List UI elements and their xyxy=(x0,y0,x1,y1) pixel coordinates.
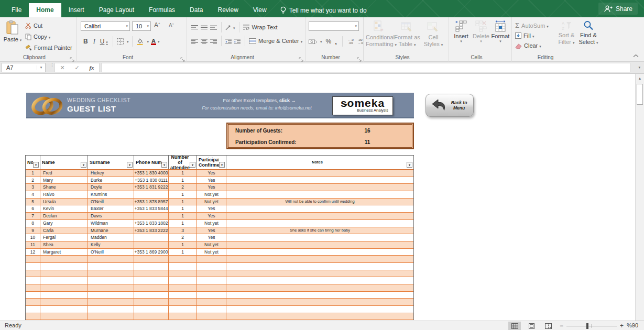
cell-notes[interactable] xyxy=(226,263,413,270)
cell-phone[interactable] xyxy=(134,191,169,198)
decrease-decimal-button[interactable]: .00 →.0 xyxy=(357,38,363,45)
cell-confirmed[interactable] xyxy=(197,263,226,270)
cell-phone[interactable]: +353 1 878 8957 xyxy=(134,199,169,205)
cell-phone[interactable] xyxy=(134,306,169,313)
grow-font-button[interactable]: A˄ xyxy=(154,21,160,29)
page-layout-view-button[interactable] xyxy=(525,322,538,330)
borders-button[interactable] xyxy=(117,38,129,45)
filter-dropdown-icon[interactable]: ▾ xyxy=(81,162,86,168)
cell-surname[interactable]: Madden xyxy=(88,234,134,241)
tab-page-layout[interactable]: Page Layout xyxy=(92,3,141,17)
table-row[interactable]: 6KevinBaxter+353 1 833 58441Yes xyxy=(26,205,413,213)
table-row[interactable]: 3ShaneDoyle+353 1 831 92222Yes xyxy=(26,184,413,191)
table-row[interactable]: 2MaryBurke+353 1 830 81111Yes xyxy=(26,177,413,184)
cell-name[interactable]: Shane xyxy=(40,184,88,191)
cell-notes[interactable]: Will not be able to confirm until weddin… xyxy=(226,199,413,205)
zoom-level-label[interactable]: %90 xyxy=(627,322,638,328)
cell-name[interactable]: Fred xyxy=(40,170,88,177)
cell-attendees[interactable]: 1 xyxy=(169,191,197,198)
cell-attendees[interactable]: 2 xyxy=(169,234,197,241)
cell-confirmed[interactable] xyxy=(197,306,226,313)
cell-no[interactable]: 3 xyxy=(26,184,40,191)
cell-confirmed[interactable]: Yes xyxy=(197,234,226,241)
cell-surname[interactable] xyxy=(88,299,134,305)
font-size-select[interactable]: 10 ▾ xyxy=(132,21,151,31)
cell-confirmed[interactable]: Yes xyxy=(197,213,226,219)
orientation-button[interactable] xyxy=(225,24,235,31)
cell-surname[interactable] xyxy=(88,313,134,320)
increase-decimal-button[interactable]: ←.0 .00 xyxy=(348,38,354,45)
cell-surname[interactable] xyxy=(88,306,134,313)
align-middle-button[interactable] xyxy=(201,24,208,30)
cell-surname[interactable]: Kelly xyxy=(88,241,134,248)
cell-phone[interactable] xyxy=(134,241,169,248)
filter-dropdown-icon[interactable]: ▾ xyxy=(33,162,39,168)
increase-indent-button[interactable] xyxy=(234,38,241,44)
insert-function-button[interactable]: fx xyxy=(89,64,94,71)
cut-button[interactable]: Cut xyxy=(25,22,42,29)
cell-surname[interactable] xyxy=(88,292,134,299)
cell-name[interactable] xyxy=(40,277,88,284)
decrease-indent-button[interactable] xyxy=(225,38,232,44)
cell-confirmed[interactable]: Yes xyxy=(197,227,226,234)
cell-name[interactable]: Kevin xyxy=(40,205,88,212)
cell-attendees[interactable]: 1 xyxy=(169,220,197,227)
cell-no[interactable] xyxy=(26,292,40,299)
cell-notes[interactable] xyxy=(226,313,413,320)
accounting-format-button[interactable] xyxy=(309,38,322,45)
cell-surname[interactable]: Murnane xyxy=(88,227,134,234)
cell-attendees[interactable] xyxy=(169,313,197,320)
cell-phone[interactable] xyxy=(134,292,169,299)
cell-surname[interactable]: Hickey xyxy=(88,170,134,177)
table-row[interactable] xyxy=(26,292,413,299)
table-row[interactable] xyxy=(26,277,413,284)
cell-name[interactable] xyxy=(40,263,88,270)
comma-style-button[interactable]: , xyxy=(335,38,337,46)
cell-attendees[interactable] xyxy=(169,284,197,291)
cell-notes[interactable] xyxy=(226,177,413,184)
cell-phone[interactable] xyxy=(134,256,169,262)
filter-dropdown-icon[interactable]: ▾ xyxy=(219,162,225,168)
cell-phone[interactable]: +353 1 869 2900 xyxy=(134,249,169,256)
table-row[interactable]: 8GaryWildman+353 1 833 18021Not yet xyxy=(26,220,413,227)
alignment-dialog-launcher-icon[interactable] xyxy=(299,56,303,60)
cell-name[interactable]: Margaret xyxy=(40,249,88,256)
cell-confirmed[interactable]: Not yet xyxy=(197,199,226,205)
back-to-menu-button[interactable]: Back toMenu xyxy=(425,94,474,117)
bold-button[interactable]: B xyxy=(82,38,90,45)
zoom-slider[interactable] xyxy=(566,326,617,326)
cell-phone[interactable]: +353 1 833 5844 xyxy=(134,205,169,212)
formula-bar-divider[interactable]: ⋮ xyxy=(50,64,54,66)
page-break-preview-button[interactable] xyxy=(542,322,554,330)
cell-phone[interactable] xyxy=(134,270,169,277)
zoom-out-button[interactable]: − xyxy=(560,322,563,329)
cell-notes[interactable] xyxy=(226,234,413,241)
expand-formula-bar-icon[interactable]: ▾ xyxy=(638,65,640,70)
cell-phone[interactable] xyxy=(134,263,169,270)
cell-confirmed[interactable]: Yes xyxy=(197,205,226,212)
cell-no[interactable] xyxy=(26,306,40,313)
cell-surname[interactable]: Wildman xyxy=(88,220,134,227)
cancel-entry-icon[interactable]: ✕ xyxy=(60,64,64,71)
cell-surname[interactable]: Burke xyxy=(88,177,134,184)
cell-attendees[interactable]: 1 xyxy=(169,205,197,212)
cell-surname[interactable]: O'Neill xyxy=(88,199,134,205)
cell-name[interactable]: Gary xyxy=(40,220,88,227)
cell-attendees[interactable]: 3 xyxy=(169,227,197,234)
cell-phone[interactable]: +353 1 833 2222 xyxy=(134,227,169,234)
cell-phone[interactable] xyxy=(134,284,169,291)
cell-no[interactable]: 7 xyxy=(26,213,40,219)
tab-home[interactable]: Home xyxy=(29,3,61,17)
cell-no[interactable]: 12 xyxy=(26,249,40,256)
cell-notes[interactable] xyxy=(226,220,413,227)
insert-cells-button[interactable]: Insert ▾ xyxy=(452,19,470,43)
align-bottom-button[interactable] xyxy=(210,24,217,30)
cell-surname[interactable]: Doyle xyxy=(88,184,134,191)
cell-name[interactable]: Mary xyxy=(40,177,88,184)
cell-surname[interactable] xyxy=(88,270,134,277)
cell-surname[interactable] xyxy=(88,284,134,291)
table-row[interactable] xyxy=(26,306,413,313)
tab-data[interactable]: Data xyxy=(182,3,210,17)
tab-review[interactable]: Review xyxy=(210,3,245,17)
cell-name[interactable]: Ursula xyxy=(40,199,88,205)
